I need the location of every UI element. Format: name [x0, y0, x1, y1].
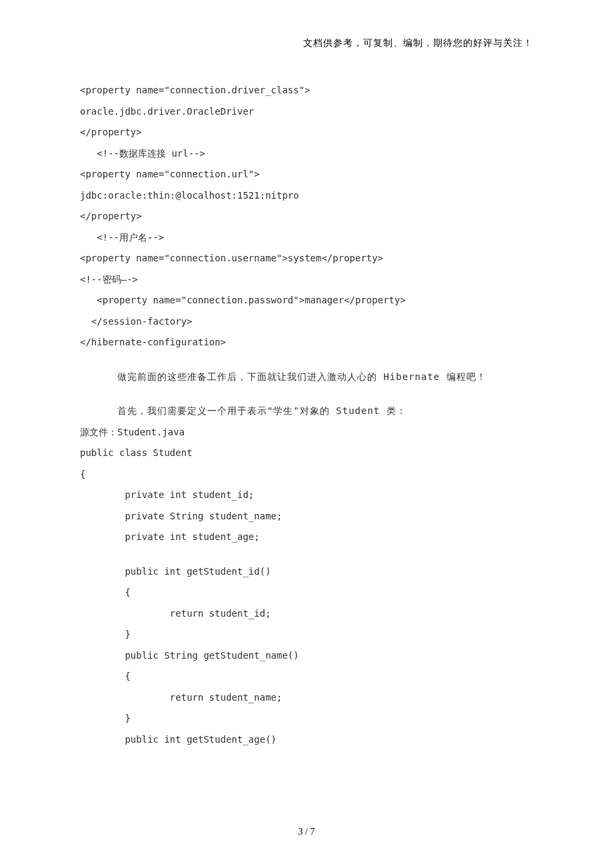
code-line: return student_id; — [80, 603, 536, 625]
code-line: public String getStudent_name() — [80, 645, 536, 667]
code-line: </hibernate-configuration> — [80, 332, 536, 353]
spacer — [80, 548, 536, 561]
paragraph: 首先，我们需要定义一个用于表示"学生"对象的 Student 类： — [80, 401, 536, 422]
code-line: 源文件：Student.java — [80, 422, 536, 443]
code-line: } — [80, 708, 536, 729]
code-line: private int student_id; — [80, 485, 536, 506]
code-line: private int student_age; — [80, 527, 536, 548]
code-line: <property name="connection.username">sys… — [80, 248, 536, 269]
code-line: { — [80, 666, 536, 687]
code-line: <property name="connection.password">man… — [80, 290, 536, 311]
code-line: { — [80, 582, 536, 603]
code-line: oracle.jdbc.driver.OracleDriver — [80, 101, 536, 123]
code-line: <!--数据库连接 url--> — [80, 143, 536, 165]
code-line: return student_name; — [80, 687, 536, 709]
code-line: </property> — [80, 122, 536, 143]
code-line: { — [80, 464, 536, 485]
spacer — [80, 353, 536, 367]
code-line: <property name="connection.driver_class"… — [80, 80, 536, 101]
code-line: public int getStudent_age() — [80, 729, 536, 751]
code-line: <!--密码—-> — [80, 269, 536, 291]
code-line: } — [80, 624, 536, 645]
code-line: public class Student — [80, 443, 536, 464]
code-line: jdbc:oracle:thin:@localhost:1521:nitpro — [80, 185, 536, 207]
code-line: <property name="connection.url"> — [80, 164, 536, 185]
code-line: private String student_name; — [80, 506, 536, 527]
code-line: </property> — [80, 206, 536, 227]
code-line: <!--用户名--> — [80, 227, 536, 249]
page-number: 3 / 7 — [0, 827, 613, 837]
spacer — [80, 387, 536, 401]
header-note: 文档供参考，可复制、编制，期待您的好评与关注！ — [303, 37, 533, 49]
code-line: </session-factory> — [80, 311, 536, 333]
paragraph: 做完前面的这些准备工作后，下面就让我们进入激动人心的 Hibernate 编程吧… — [80, 367, 536, 388]
code-line: public int getStudent_id() — [80, 561, 536, 583]
document-body: <property name="connection.driver_class"… — [80, 80, 536, 750]
